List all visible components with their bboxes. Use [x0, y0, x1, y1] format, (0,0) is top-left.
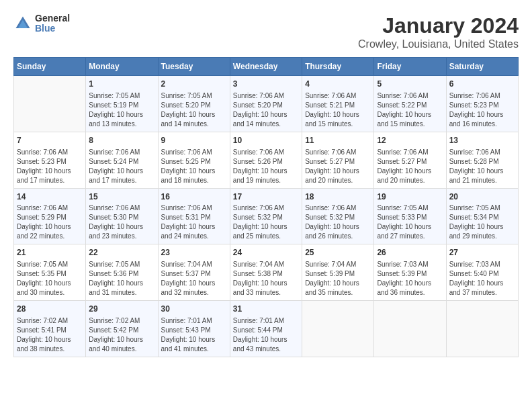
day-number: 28 — [17, 304, 83, 315]
day-info: Sunrise: 7:06 AMSunset: 5:28 PMDaylight:… — [449, 148, 515, 185]
header-row: Sunday Monday Tuesday Wednesday Thursday… — [14, 58, 519, 76]
day-info: Sunrise: 7:06 AMSunset: 5:23 PMDaylight:… — [449, 91, 515, 129]
day-number: 17 — [233, 191, 299, 203]
calendar-week-4: 21Sunrise: 7:05 AMSunset: 5:35 PMDayligh… — [14, 244, 519, 301]
calendar-cell: 29Sunrise: 7:02 AMSunset: 5:42 PMDayligh… — [86, 301, 158, 357]
calendar-cell: 19Sunrise: 7:05 AMSunset: 5:33 PMDayligh… — [374, 188, 446, 244]
day-number: 13 — [449, 135, 515, 146]
calendar-cell: 26Sunrise: 7:03 AMSunset: 5:39 PMDayligh… — [374, 244, 446, 301]
day-number: 6 — [449, 79, 515, 90]
calendar-cell: 11Sunrise: 7:06 AMSunset: 5:27 PMDayligh… — [302, 132, 374, 188]
day-number: 21 — [17, 247, 83, 259]
day-number: 7 — [17, 135, 83, 146]
logo-general-text: General — [35, 13, 70, 24]
day-info: Sunrise: 7:01 AMSunset: 5:44 PMDaylight:… — [233, 316, 299, 354]
day-number: 25 — [305, 247, 371, 259]
day-info: Sunrise: 7:04 AMSunset: 5:37 PMDaylight:… — [161, 260, 227, 298]
title-block: January 2024 Crowley, Louisiana, United … — [358, 13, 519, 50]
calendar-header: Sunday Monday Tuesday Wednesday Thursday… — [14, 58, 519, 76]
day-number: 5 — [377, 79, 443, 90]
day-info: Sunrise: 7:06 AMSunset: 5:32 PMDaylight:… — [305, 203, 371, 241]
day-info: Sunrise: 7:06 AMSunset: 5:32 PMDaylight:… — [233, 203, 299, 241]
calendar-cell: 10Sunrise: 7:06 AMSunset: 5:26 PMDayligh… — [230, 132, 302, 188]
day-number: 1 — [89, 79, 154, 90]
day-number: 27 — [449, 247, 515, 259]
col-saturday: Saturday — [446, 58, 518, 76]
calendar-cell: 16Sunrise: 7:06 AMSunset: 5:31 PMDayligh… — [158, 188, 230, 244]
calendar-week-2: 7Sunrise: 7:06 AMSunset: 5:23 PMDaylight… — [14, 132, 519, 188]
day-info: Sunrise: 7:03 AMSunset: 5:40 PMDaylight:… — [449, 260, 515, 298]
day-info: Sunrise: 7:06 AMSunset: 5:26 PMDaylight:… — [233, 148, 299, 185]
day-info: Sunrise: 7:06 AMSunset: 5:20 PMDaylight:… — [233, 91, 299, 129]
calendar-week-1: 1Sunrise: 7:05 AMSunset: 5:19 PMDaylight… — [14, 76, 519, 132]
day-number: 12 — [377, 135, 443, 146]
col-monday: Monday — [86, 58, 158, 76]
day-number: 8 — [89, 135, 154, 146]
day-number: 23 — [161, 247, 227, 259]
calendar-cell: 4Sunrise: 7:06 AMSunset: 5:21 PMDaylight… — [302, 76, 374, 132]
calendar-cell: 23Sunrise: 7:04 AMSunset: 5:37 PMDayligh… — [158, 244, 230, 301]
day-number: 22 — [89, 247, 154, 259]
calendar-cell: 13Sunrise: 7:06 AMSunset: 5:28 PMDayligh… — [446, 132, 518, 188]
calendar-cell: 14Sunrise: 7:06 AMSunset: 5:29 PMDayligh… — [14, 188, 86, 244]
page-header: General Blue January 2024 Crowley, Louis… — [13, 13, 519, 50]
logo: General Blue — [13, 13, 70, 34]
day-info: Sunrise: 7:06 AMSunset: 5:31 PMDaylight:… — [161, 203, 227, 241]
day-info: Sunrise: 7:05 AMSunset: 5:19 PMDaylight:… — [89, 91, 154, 129]
day-info: Sunrise: 7:06 AMSunset: 5:29 PMDaylight:… — [17, 203, 83, 241]
day-info: Sunrise: 7:02 AMSunset: 5:41 PMDaylight:… — [17, 316, 83, 354]
day-number: 9 — [161, 135, 227, 146]
col-friday: Friday — [374, 58, 446, 76]
day-number: 24 — [233, 247, 299, 259]
day-info: Sunrise: 7:03 AMSunset: 5:39 PMDaylight:… — [377, 260, 443, 298]
calendar-cell: 31Sunrise: 7:01 AMSunset: 5:44 PMDayligh… — [230, 301, 302, 357]
day-number: 31 — [233, 304, 299, 315]
day-number: 26 — [377, 247, 443, 259]
day-info: Sunrise: 7:06 AMSunset: 5:30 PMDaylight:… — [89, 203, 154, 241]
calendar-cell — [374, 301, 446, 357]
calendar-cell: 30Sunrise: 7:01 AMSunset: 5:43 PMDayligh… — [158, 301, 230, 357]
logo-icon — [13, 14, 32, 33]
calendar-cell — [446, 301, 518, 357]
day-info: Sunrise: 7:06 AMSunset: 5:25 PMDaylight:… — [161, 148, 227, 185]
calendar-cell: 6Sunrise: 7:06 AMSunset: 5:23 PMDaylight… — [446, 76, 518, 132]
day-info: Sunrise: 7:05 AMSunset: 5:36 PMDaylight:… — [89, 260, 154, 298]
calendar-body: 1Sunrise: 7:05 AMSunset: 5:19 PMDaylight… — [14, 76, 519, 357]
day-number: 10 — [233, 135, 299, 146]
day-info: Sunrise: 7:06 AMSunset: 5:27 PMDaylight:… — [305, 148, 371, 185]
day-number: 29 — [89, 304, 154, 315]
day-info: Sunrise: 7:05 AMSunset: 5:20 PMDaylight:… — [161, 91, 227, 129]
calendar-cell — [302, 301, 374, 357]
location-title: Crowley, Louisiana, United States — [358, 38, 519, 50]
day-info: Sunrise: 7:06 AMSunset: 5:27 PMDaylight:… — [377, 148, 443, 185]
calendar-cell: 1Sunrise: 7:05 AMSunset: 5:19 PMDaylight… — [86, 76, 158, 132]
day-number: 4 — [305, 79, 371, 90]
calendar-cell: 18Sunrise: 7:06 AMSunset: 5:32 PMDayligh… — [302, 188, 374, 244]
logo-text: General Blue — [35, 13, 70, 34]
day-info: Sunrise: 7:02 AMSunset: 5:42 PMDaylight:… — [89, 316, 154, 354]
calendar-cell: 7Sunrise: 7:06 AMSunset: 5:23 PMDaylight… — [14, 132, 86, 188]
day-info: Sunrise: 7:01 AMSunset: 5:43 PMDaylight:… — [161, 316, 227, 354]
col-tuesday: Tuesday — [158, 58, 230, 76]
day-info: Sunrise: 7:06 AMSunset: 5:22 PMDaylight:… — [377, 91, 443, 129]
day-number: 20 — [449, 191, 515, 203]
calendar-cell: 24Sunrise: 7:04 AMSunset: 5:38 PMDayligh… — [230, 244, 302, 301]
day-number: 19 — [377, 191, 443, 203]
day-info: Sunrise: 7:05 AMSunset: 5:34 PMDaylight:… — [449, 203, 515, 241]
day-info: Sunrise: 7:06 AMSunset: 5:21 PMDaylight:… — [305, 91, 371, 129]
day-number: 15 — [89, 191, 154, 203]
day-number: 14 — [17, 191, 83, 203]
calendar-cell: 20Sunrise: 7:05 AMSunset: 5:34 PMDayligh… — [446, 188, 518, 244]
day-number: 16 — [161, 191, 227, 203]
calendar-cell: 15Sunrise: 7:06 AMSunset: 5:30 PMDayligh… — [86, 188, 158, 244]
calendar-cell: 9Sunrise: 7:06 AMSunset: 5:25 PMDaylight… — [158, 132, 230, 188]
day-info: Sunrise: 7:05 AMSunset: 5:33 PMDaylight:… — [377, 203, 443, 241]
day-number: 11 — [305, 135, 371, 146]
day-number: 3 — [233, 79, 299, 90]
calendar-cell — [14, 76, 86, 132]
day-number: 2 — [161, 79, 227, 90]
calendar-cell: 2Sunrise: 7:05 AMSunset: 5:20 PMDaylight… — [158, 76, 230, 132]
calendar-cell: 27Sunrise: 7:03 AMSunset: 5:40 PMDayligh… — [446, 244, 518, 301]
calendar-cell: 17Sunrise: 7:06 AMSunset: 5:32 PMDayligh… — [230, 188, 302, 244]
day-info: Sunrise: 7:06 AMSunset: 5:24 PMDaylight:… — [89, 148, 154, 185]
